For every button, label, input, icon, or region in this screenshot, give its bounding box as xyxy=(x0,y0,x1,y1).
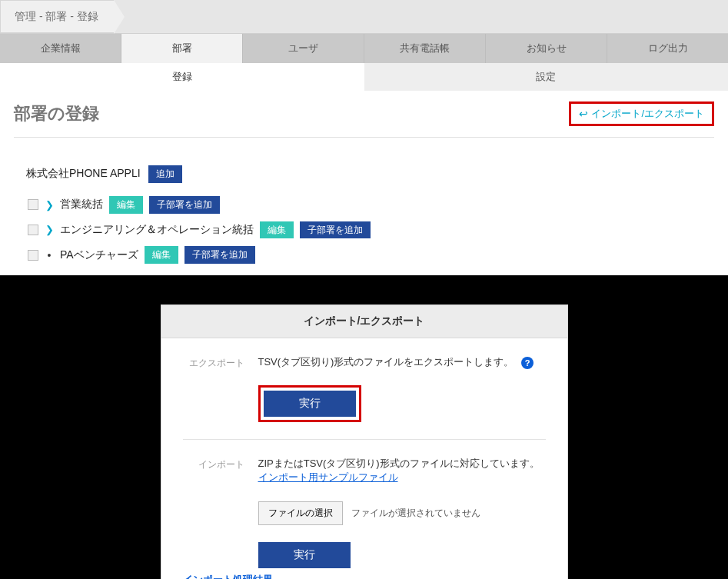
import-export-link[interactable]: ↩ インポート/エクスポート xyxy=(569,101,714,126)
chevron-right-icon[interactable]: ❯ xyxy=(45,224,54,235)
subtab-settings[interactable]: 設定 xyxy=(364,63,729,91)
spacer xyxy=(0,275,728,304)
edit-button[interactable]: 編集 xyxy=(260,221,294,239)
tree-root: 株式会社PHONE APPLI 追加 xyxy=(26,165,710,183)
add-child-button[interactable]: 子部署を追加 xyxy=(300,221,371,239)
bullet-icon: • xyxy=(45,249,54,261)
breadcrumb: 管理 - 部署 - 登録 xyxy=(0,0,114,33)
import-label: インポート xyxy=(183,457,244,471)
export-section: エクスポート TSV(タブ区切り)形式のファイルをエクスポートします。 ? 実行 xyxy=(183,355,546,439)
sub-tabs: 登録 設定 xyxy=(0,63,728,91)
tab-log-output[interactable]: ログ出力 xyxy=(607,34,728,63)
edit-button[interactable]: 編集 xyxy=(145,246,178,264)
import-export-panel: インポート/エクスポート エクスポート TSV(タブ区切り)形式のファイルをエク… xyxy=(161,304,568,579)
panel-body: エクスポート TSV(タブ区切り)形式のファイルをエクスポートします。 ? 実行… xyxy=(161,338,567,579)
admin-page: 管理 - 部署 - 登録 企業情報 部署 ユーザ 共有電話帳 お知らせ ログ出力… xyxy=(0,0,728,275)
tab-notice[interactable]: お知らせ xyxy=(486,34,607,63)
tree-row: ❯ 営業統括 編集 子部署を追加 xyxy=(26,192,710,218)
import-description: ZIPまたはTSV(タブ区切り)形式のファイルに対応しています。 xyxy=(258,457,546,471)
panel-title: インポート/エクスポート xyxy=(161,305,567,338)
breadcrumb-arrow-icon xyxy=(114,0,125,34)
checkbox-icon[interactable] xyxy=(28,250,38,261)
page-header: 部署の登録 ↩ インポート/エクスポート xyxy=(14,101,714,138)
checkbox-icon[interactable] xyxy=(28,199,38,210)
tree-item-label[interactable]: PAベンチャーズ xyxy=(60,248,138,262)
breadcrumb-bar: 管理 - 部署 - 登録 xyxy=(0,0,728,34)
import-sample-link[interactable]: インポート用サンプルファイル xyxy=(258,471,398,483)
page-body: 部署の登録 ↩ インポート/エクスポート 株式会社PHONE APPLI 追加 … xyxy=(0,91,728,275)
breadcrumb-text: 管理 - 部署 - 登録 xyxy=(15,10,98,24)
tab-company-info[interactable]: 企業情報 xyxy=(0,34,121,63)
tree-item-label[interactable]: エンジニアリング＆オペレーション統括 xyxy=(60,223,254,237)
checkbox-icon[interactable] xyxy=(28,225,38,235)
chevron-right-icon[interactable]: ❯ xyxy=(45,199,54,211)
tree-row: • PAベンチャーズ 編集 子部署を追加 xyxy=(26,242,710,268)
add-button[interactable]: 追加 xyxy=(148,165,182,183)
tab-user[interactable]: ユーザ xyxy=(243,34,364,63)
help-icon[interactable]: ? xyxy=(521,357,534,369)
department-tree: 株式会社PHONE APPLI 追加 ❯ 営業統括 編集 子部署を追加 ❯ エン… xyxy=(14,138,714,275)
page-title: 部署の登録 xyxy=(14,102,99,125)
export-description: TSV(タブ区切り)形式のファイルをエクスポートします。 xyxy=(258,356,514,368)
no-file-text: ファイルが選択されていません xyxy=(351,507,480,518)
export-exec-highlight: 実行 xyxy=(258,385,361,422)
tab-department[interactable]: 部署 xyxy=(121,34,243,63)
edit-button[interactable]: 編集 xyxy=(109,196,143,214)
file-select-button[interactable]: ファイルの選択 xyxy=(258,501,343,525)
subtab-register[interactable]: 登録 xyxy=(0,63,364,91)
import-section: インポート ZIPまたはTSV(タブ区切り)形式のファイルに対応しています。 イ… xyxy=(183,439,546,579)
tree-item-label[interactable]: 営業統括 xyxy=(60,198,103,211)
tab-shared-phonebook[interactable]: 共有電話帳 xyxy=(364,34,486,63)
add-child-button[interactable]: 子部署を追加 xyxy=(149,196,220,214)
reply-arrow-icon: ↩ xyxy=(579,108,588,119)
tree-children: ❯ 営業統括 編集 子部署を追加 ❯ エンジニアリング＆オペレーション統括 編集… xyxy=(26,192,710,268)
tree-root-label: 株式会社PHONE APPLI xyxy=(26,167,141,181)
tree-row: ❯ エンジニアリング＆オペレーション統括 編集 子部署を追加 xyxy=(26,218,710,243)
export-label: エクスポート xyxy=(183,355,244,370)
export-exec-button[interactable]: 実行 xyxy=(264,391,356,417)
import-result-link[interactable]: インポート処理結果 xyxy=(183,573,546,579)
add-child-button[interactable]: 子部署を追加 xyxy=(184,246,255,264)
main-tabs: 企業情報 部署 ユーザ 共有電話帳 お知らせ ログ出力 xyxy=(0,34,728,63)
import-export-link-label: インポート/エクスポート xyxy=(591,107,704,121)
import-exec-button[interactable]: 実行 xyxy=(258,542,351,568)
